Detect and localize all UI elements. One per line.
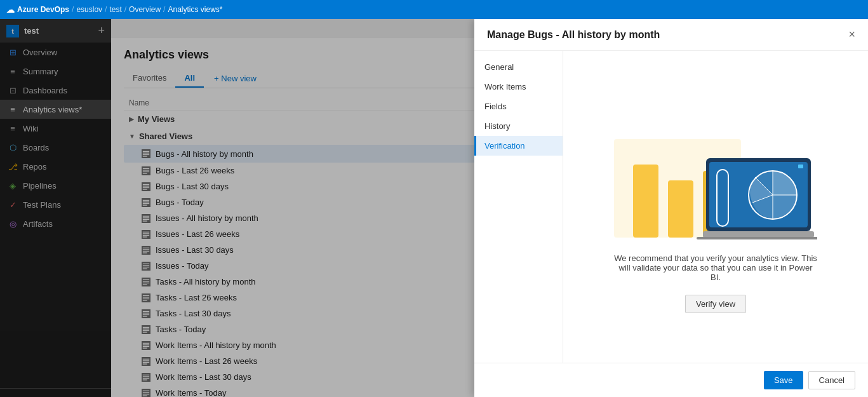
modal-nav-general[interactable]: General (474, 57, 563, 77)
modal-nav-fields[interactable]: Fields (474, 97, 563, 116)
cancel-button[interactable]: Cancel (808, 371, 855, 389)
modal-close-button[interactable]: × (848, 28, 855, 41)
topbar-sep3: / (124, 5, 126, 14)
save-button[interactable]: Save (764, 371, 803, 389)
verify-view-button[interactable]: Verify view (685, 295, 746, 313)
modal-title: Manage Bugs - All history by month (487, 29, 660, 41)
topbar: ☁ Azure DevOps / esuslov / test / Overvi… (0, 0, 868, 19)
topbar-logo: ☁ (6, 5, 15, 15)
modal-footer: Save Cancel (474, 363, 868, 397)
modal-overlay: Manage Bugs - All history by month × Gen… (0, 19, 868, 397)
topbar-page2: Analytics views* (168, 5, 222, 14)
modal-description: We recommend that you verify your analyt… (614, 253, 817, 282)
topbar-page1[interactable]: Overview (129, 5, 161, 14)
modal-nav-workitems[interactable]: Work Items (474, 77, 563, 97)
svg-rect-79 (703, 231, 814, 238)
topbar-product[interactable]: Azure DevOps (17, 5, 69, 14)
topbar-sep2: / (105, 5, 107, 14)
modal-nav-history[interactable]: History (474, 116, 563, 136)
svg-rect-80 (697, 237, 817, 239)
topbar-org[interactable]: esuslov (76, 5, 102, 14)
svg-rect-66 (668, 180, 693, 238)
topbar-project[interactable]: test (109, 5, 121, 14)
modal-nav-verification[interactable]: Verification (474, 136, 563, 156)
svg-rect-65 (633, 165, 658, 238)
svg-rect-78 (798, 165, 803, 168)
modal: Manage Bugs - All history by month × Gen… (474, 19, 868, 397)
modal-verification-content: We recommend that you verify your analyt… (563, 51, 868, 363)
modal-nav: General Work Items Fields History Verifi… (474, 51, 563, 363)
modal-header: Manage Bugs - All history by month × (474, 19, 868, 51)
topbar-sep1: / (72, 5, 74, 14)
modal-body: General Work Items Fields History Verifi… (474, 51, 868, 363)
verification-illustration (614, 101, 817, 241)
topbar-sep4: / (163, 5, 165, 14)
